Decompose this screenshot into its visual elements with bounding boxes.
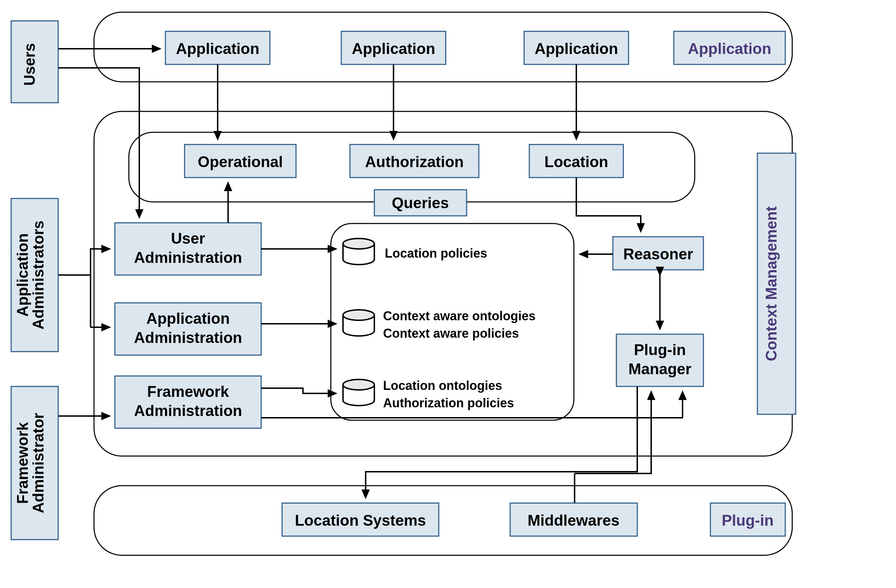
fw-admin-box: Framework Administration — [115, 376, 261, 428]
role-users: Users — [11, 21, 58, 103]
location-systems-box: Location Systems — [282, 503, 439, 536]
app-admin-l1: Application — [146, 310, 230, 327]
db-location-auth: Location ontologies Authorization polici… — [343, 378, 514, 410]
app-box-3-label: Application — [535, 40, 618, 57]
arrow-location-reasoner — [576, 178, 641, 232]
plugin-layer-label-box: Plug-in — [710, 503, 785, 536]
role-app-admins-l2: Administrators — [30, 221, 47, 330]
svg-point-15 — [343, 310, 374, 320]
db-location-policies-label: Location policies — [385, 246, 487, 260]
queries-operational: Operational — [184, 145, 296, 178]
db-ca-policies-label: Context aware policies — [383, 326, 519, 340]
db-loc-ontologies-label: Location ontologies — [383, 378, 502, 393]
plugin-mgr-l1: Plug-in — [634, 341, 686, 358]
role-users-label: Users — [21, 43, 38, 86]
app-admin-l2: Administration — [134, 329, 242, 346]
app-box-2-label: Application — [352, 40, 435, 57]
middlewares-box: Middlewares — [510, 503, 637, 536]
app-admin-box: Application Administration — [115, 303, 261, 355]
svg-point-14 — [343, 238, 374, 249]
user-admin-l1: User — [171, 230, 205, 247]
role-app-admins-l1: Application — [14, 233, 31, 317]
arrow-fwadmin-db3 — [261, 388, 336, 393]
app-box-2: Application — [341, 31, 446, 64]
arrow-middlewares-pluginmgr — [574, 391, 651, 474]
queries-label-box: Queries — [374, 190, 466, 216]
context-mgmt-label: Context Management — [763, 206, 780, 361]
fw-admin-l1: Framework — [147, 383, 229, 400]
app-box-1-label: Application — [176, 40, 259, 57]
arrow-appadmins-useradmin — [58, 249, 110, 275]
application-layer-label-box: Application — [674, 31, 785, 64]
queries-location: Location — [529, 145, 623, 178]
queries-operational-label: Operational — [198, 153, 283, 170]
reasoner-label: Reasoner — [623, 245, 693, 262]
arrow-users-to-user-admin — [58, 68, 139, 218]
context-mgmt-label-box: Context Management — [757, 153, 796, 414]
queries-authorization: Authorization — [350, 145, 479, 178]
application-layer-label: Application — [688, 40, 771, 57]
user-admin-l2: Administration — [134, 249, 242, 266]
location-systems-label: Location Systems — [295, 512, 426, 529]
app-box-3: Application — [524, 31, 629, 64]
role-app-admins: Application Administrators — [11, 198, 58, 352]
db-auth-policies-label: Authorization policies — [383, 396, 514, 410]
user-admin-box: User Administration — [115, 223, 261, 275]
queries-location-label: Location — [544, 153, 608, 170]
middlewares-label: Middlewares — [527, 512, 620, 529]
role-fw-admin-l2: Administrator — [30, 413, 47, 513]
db-ca-ontologies-label: Context aware ontologies — [383, 309, 536, 323]
role-fw-admin-l1: Framework — [14, 422, 31, 504]
fw-admin-l2: Administration — [134, 402, 242, 419]
plugin-layer-label: Plug-in — [722, 512, 773, 529]
plugin-layer-container — [94, 486, 792, 555]
plugin-manager-box: Plug-in Manager — [616, 334, 703, 387]
role-fw-admin: Framework Administrator — [11, 387, 58, 539]
plugin-mgr-l2: Manager — [629, 360, 692, 377]
svg-point-16 — [343, 379, 374, 390]
queries-label: Queries — [392, 194, 449, 211]
db-location-policies: Location policies — [343, 238, 487, 265]
reasoner-box: Reasoner — [613, 237, 703, 270]
queries-authorization-label: Authorization — [365, 153, 464, 170]
app-box-1: Application — [165, 31, 270, 64]
db-context-aware: Context aware ontologies Context aware p… — [343, 309, 536, 340]
